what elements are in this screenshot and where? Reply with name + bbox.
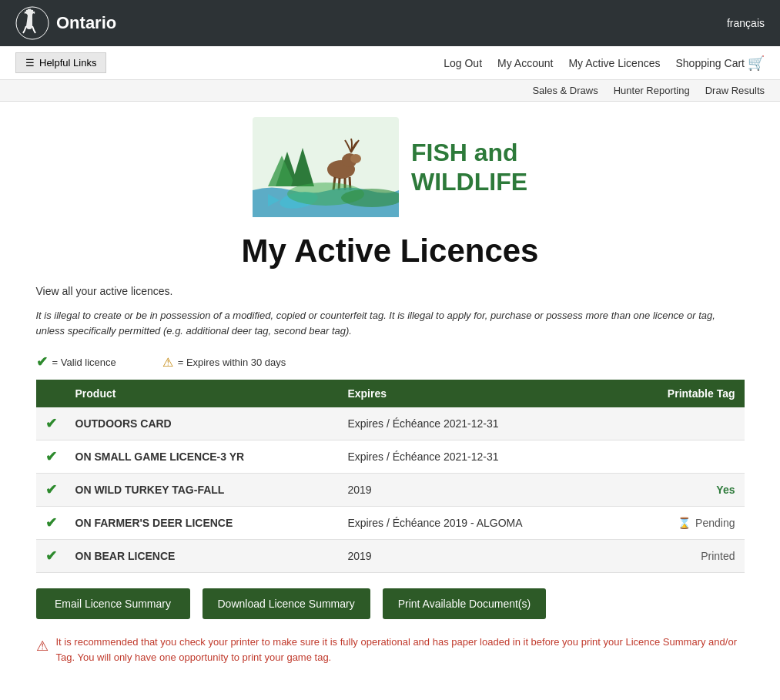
valid-icon: ✔ <box>45 482 57 497</box>
ontario-logo: Ontario <box>15 6 116 41</box>
warning-circle-icon: ⚠ <box>162 355 173 370</box>
row-tag-3: ⌛ Pending <box>619 507 744 540</box>
table-row: ✔OUTDOORS CARDExpires / Échéance 2021-12… <box>36 407 745 440</box>
row-expires-4: 2019 <box>338 540 619 573</box>
tag-pending: ⌛ Pending <box>628 517 735 529</box>
table-header: Product Expires Printable Tag <box>36 380 745 407</box>
helpful-links-label: Helpful Links <box>39 57 96 69</box>
row-product-3: ON FARMER'S DEER LICENCE <box>66 507 339 540</box>
download-licence-button[interactable]: Download Licence Summary <box>203 588 370 619</box>
tertiary-nav: Sales & Draws Hunter Reporting Draw Resu… <box>0 80 780 102</box>
row-product-4: ON BEAR LICENCE <box>66 540 339 573</box>
row-check-3: ✔ <box>36 507 66 540</box>
row-check-1: ✔ <box>36 440 66 474</box>
draw-results-link[interactable]: Draw Results <box>705 85 765 96</box>
my-active-licences-link[interactable]: My Active Licences <box>568 57 660 69</box>
header-printable-tag: Printable Tag <box>619 380 744 407</box>
table-row: ✔ON FARMER'S DEER LICENCEExpires / Échéa… <box>36 507 745 540</box>
logout-link[interactable]: Log Out <box>444 57 482 69</box>
cart-icon: 🛒 <box>748 55 765 72</box>
main-content: FISH and WILDLIFE My Active Licences Vie… <box>21 102 760 680</box>
legend-valid-label: = Valid licence <box>52 357 116 368</box>
fw-logo: FISH and WILDLIFE <box>253 117 527 217</box>
row-product-0: OUTDOORS CARD <box>66 407 339 440</box>
licence-table: Product Expires Printable Tag ✔OUTDOORS … <box>36 380 745 573</box>
warning-text: It is recommended that you check your pr… <box>56 635 745 665</box>
legend-expires-label: = Expires within 30 days <box>178 357 286 368</box>
tag-yes: Yes <box>716 484 735 496</box>
shopping-cart-link[interactable]: Shopping Cart 🛒 <box>675 55 765 72</box>
brand-name: Ontario <box>56 13 116 33</box>
page-description: View all your active licences. <box>36 285 745 297</box>
header-product: Product <box>66 380 339 407</box>
hunter-reporting-link[interactable]: Hunter Reporting <box>614 85 690 96</box>
button-row: Email Licence Summary Download Licence S… <box>36 588 745 619</box>
top-bar: Ontario français <box>0 0 780 46</box>
legal-text: It is illegal to create or be in possess… <box>36 308 745 338</box>
warning-box: ⚠ It is recommended that you check your … <box>36 635 745 665</box>
svg-point-7 <box>350 154 361 163</box>
sales-draws-link[interactable]: Sales & Draws <box>532 85 598 96</box>
row-expires-2: 2019 <box>338 474 619 507</box>
valid-icon: ✔ <box>45 416 57 431</box>
shopping-cart-label[interactable]: Shopping Cart <box>675 57 745 69</box>
row-check-4: ✔ <box>36 540 66 573</box>
hamburger-icon: ☰ <box>25 57 35 69</box>
tag-printed: Printed <box>701 550 735 562</box>
row-check-0: ✔ <box>36 407 66 440</box>
fw-text: FISH and WILDLIFE <box>411 138 527 197</box>
warning-icon: ⚠ <box>36 636 49 657</box>
table-row: ✔ON BEAR LICENCE2019Printed <box>36 540 745 573</box>
helpful-links-button[interactable]: ☰ Helpful Links <box>15 52 106 73</box>
my-account-link[interactable]: My Account <box>497 57 553 69</box>
main-nav-links: Log Out My Account My Active Licences Sh… <box>444 55 765 72</box>
fw-logo-area: FISH and WILDLIFE <box>36 117 745 217</box>
legend-expires: ⚠ = Expires within 30 days <box>162 355 286 370</box>
row-check-2: ✔ <box>36 474 66 507</box>
row-tag-2: Yes <box>619 474 744 507</box>
row-tag-0 <box>619 407 744 440</box>
legend-valid: ✔ = Valid licence <box>36 353 116 370</box>
fw-line2: WILDLIFE <box>411 167 527 196</box>
table-row: ✔ON WILD TURKEY TAG-FALL2019Yes <box>36 474 745 507</box>
row-tag-1 <box>619 440 744 474</box>
row-tag-4: Printed <box>619 540 744 573</box>
legend: ✔ = Valid licence ⚠ = Expires within 30 … <box>36 353 745 370</box>
language-link[interactable]: français <box>727 17 765 29</box>
valid-icon: ✔ <box>45 548 57 564</box>
email-licence-button[interactable]: Email Licence Summary <box>36 588 190 619</box>
table-body: ✔OUTDOORS CARDExpires / Échéance 2021-12… <box>36 407 745 573</box>
row-product-2: ON WILD TURKEY TAG-FALL <box>66 474 339 507</box>
table-row: ✔ON SMALL GAME LICENCE-3 YRExpires / Éch… <box>36 440 745 474</box>
valid-icon: ✔ <box>45 449 57 464</box>
valid-check-icon: ✔ <box>36 353 48 370</box>
row-expires-1: Expires / Échéance 2021-12-31 <box>338 440 619 474</box>
hourglass-icon: ⌛ <box>678 517 691 529</box>
header-expires: Expires <box>338 380 619 407</box>
secondary-nav: ☰ Helpful Links Log Out My Account My Ac… <box>0 46 780 80</box>
row-expires-0: Expires / Échéance 2021-12-31 <box>338 407 619 440</box>
header-check-col <box>36 380 66 407</box>
print-documents-button[interactable]: Print Available Document(s) <box>383 588 546 619</box>
valid-icon: ✔ <box>45 515 57 531</box>
row-expires-3: Expires / Échéance 2019 - ALGOMA <box>338 507 619 540</box>
fw-line1: FISH and <box>411 138 527 167</box>
page-title: My Active Licences <box>36 233 745 270</box>
row-product-1: ON SMALL GAME LICENCE-3 YR <box>66 440 339 474</box>
